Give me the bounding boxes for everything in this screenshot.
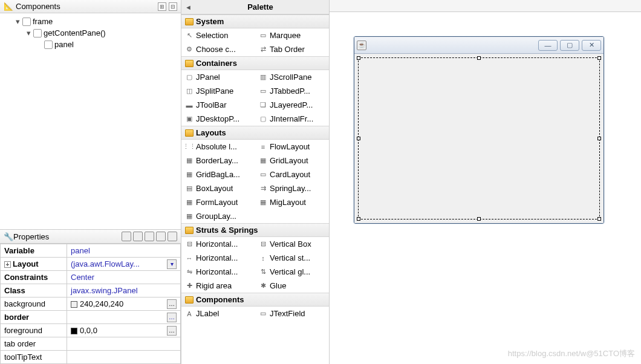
selected-panel[interactable] <box>358 57 600 219</box>
design-canvas[interactable]: ☕ — ▢ ✕ https:// <box>330 12 641 364</box>
tool-mig[interactable]: ▦MigLayout <box>255 195 329 209</box>
resize-handle[interactable] <box>357 56 360 60</box>
tool-gridlay[interactable]: ▦GridLayout <box>255 154 329 167</box>
foreground-more-button[interactable]: … <box>167 326 177 336</box>
components-tree-icon: 📐 <box>4 2 13 11</box>
border-icon: ▦ <box>185 157 194 165</box>
prop-row-border[interactable]: border… <box>1 311 181 324</box>
design-jframe[interactable]: ☕ — ▢ ✕ <box>354 36 604 224</box>
cat-struts[interactable]: Struts & Springs <box>181 223 329 237</box>
cat-system[interactable]: System <box>181 15 329 28</box>
resize-handle[interactable] <box>597 56 601 60</box>
prop-row-taborder[interactable]: tab order <box>1 337 181 351</box>
tool-vglue[interactable]: ⇅Vertical gl... <box>255 265 329 279</box>
tool-taborder[interactable]: ⇄Tab Order <box>255 42 329 56</box>
tool-jinternal[interactable]: ▢JInternalFr... <box>255 112 329 126</box>
resize-handle[interactable] <box>477 56 481 60</box>
tool-jpanel[interactable]: ▢JPanel <box>181 70 255 84</box>
tool-jlayered[interactable]: ❏JLayeredP... <box>255 98 329 112</box>
resize-handle[interactable] <box>357 137 360 140</box>
components-panel-header: 📐 Components ⊞ ⊟ <box>0 0 181 13</box>
grid-icon: ▦ <box>259 157 267 165</box>
cat-components[interactable]: Components <box>181 293 329 307</box>
tree-node-contentpane[interactable]: ▾getContentPane() <box>4 27 177 39</box>
collapse-all-button[interactable]: ⊟ <box>169 2 177 11</box>
tool-jdesktop[interactable]: ▣JDesktopP... <box>181 112 255 126</box>
tool-box[interactable]: ▤BoxLayout <box>181 181 255 195</box>
prop-btn-4[interactable] <box>156 232 166 241</box>
tool-group[interactable]: ▦GroupLay... <box>181 209 255 223</box>
tool-hbox[interactable]: ⊟Horizontal... <box>181 237 255 251</box>
jlayered-icon: ❏ <box>259 101 267 109</box>
tool-jlabel[interactable]: AJLabel <box>181 307 255 320</box>
prop-row-tooltip[interactable]: toolTipText <box>1 351 181 364</box>
prop-btn-1[interactable] <box>122 232 131 241</box>
close-button[interactable]: ✕ <box>582 40 601 51</box>
tool-card[interactable]: ▭CardLayout <box>255 167 329 181</box>
choose-icon: ⚙ <box>185 45 194 54</box>
prop-row-variable[interactable]: Variablepanel <box>1 244 181 258</box>
tool-selection[interactable]: ↖Selection <box>181 28 255 42</box>
hstrut-icon: ↔ <box>185 254 194 262</box>
border-more-button[interactable]: … <box>167 313 177 322</box>
tree-node-frame[interactable]: ▾frame <box>4 16 177 27</box>
tool-vbox[interactable]: ⊟Vertical Box <box>255 237 329 251</box>
tool-flow[interactable]: ≡FlowLayout <box>255 140 329 154</box>
cat-containers[interactable]: Containers <box>181 56 329 70</box>
prop-btn-5[interactable] <box>168 232 177 241</box>
tool-rigid[interactable]: ✚Rigid area <box>181 279 255 293</box>
folder-icon <box>185 60 194 67</box>
card-icon: ▭ <box>259 171 267 179</box>
jframe-content[interactable] <box>354 54 604 223</box>
tool-hstrut[interactable]: ↔Horizontal... <box>181 251 255 265</box>
prop-row-class[interactable]: Classjavax.swing.JPanel <box>1 284 181 297</box>
tool-vstrut[interactable]: ↕Vertical st... <box>255 251 329 265</box>
tool-jsplitpane[interactable]: ◫JSplitPane <box>181 84 255 98</box>
resize-handle[interactable] <box>597 137 601 140</box>
tool-glue[interactable]: ✱Glue <box>255 279 329 293</box>
palette-body[interactable]: System ↖Selection ▭Marquee ⚙Choose c... … <box>181 15 329 364</box>
tool-hglue[interactable]: ⇋Horizontal... <box>181 265 255 279</box>
prop-btn-3[interactable] <box>145 232 154 241</box>
palette-back-button[interactable]: ◄ <box>185 4 192 11</box>
jframe-titlebar[interactable]: ☕ — ▢ ✕ <box>354 37 604 54</box>
cat-layouts[interactable]: Layouts <box>181 126 329 140</box>
gridbag-icon: ▦ <box>185 171 194 179</box>
tool-jtoolbar[interactable]: ▬JToolBar <box>181 98 255 112</box>
folder-icon <box>185 18 194 25</box>
prop-row-foreground[interactable]: foreground0,0,0… <box>1 324 181 337</box>
tool-spring[interactable]: ⇉SpringLay... <box>255 181 329 195</box>
background-more-button[interactable]: … <box>167 299 177 309</box>
cursor-icon: ↖ <box>185 31 194 40</box>
components-tree[interactable]: ▾frame ▾getContentPane() panel <box>0 13 181 229</box>
jlabel-icon: A <box>185 310 194 318</box>
tool-jtabbed[interactable]: ▭JTabbedP... <box>255 84 329 98</box>
background-swatch <box>71 301 77 308</box>
tool-jscrollpane[interactable]: ▥JScrollPane <box>255 70 329 84</box>
jtoolbar-icon: ▬ <box>185 101 194 109</box>
box-icon: ▤ <box>185 184 194 193</box>
folder-icon <box>185 129 194 137</box>
tool-borderlay[interactable]: ▦BorderLay... <box>181 154 255 167</box>
palette-title: Palette <box>195 2 325 11</box>
tool-jtextfield[interactable]: ▭JTextField <box>255 307 329 320</box>
resize-handle[interactable] <box>597 217 601 221</box>
prop-row-background[interactable]: background240,240,240… <box>1 297 181 311</box>
tree-node-panel[interactable]: panel <box>4 39 177 50</box>
prop-btn-2[interactable] <box>133 232 143 241</box>
tool-choose[interactable]: ⚙Choose c... <box>181 42 255 56</box>
expand-all-button[interactable]: ⊞ <box>158 2 166 11</box>
tool-absolute[interactable]: ⋮⋮Absolute l... <box>181 140 255 154</box>
layout-dropdown-button[interactable]: ▾ <box>167 259 177 269</box>
tool-form[interactable]: ▦FormLayout <box>181 195 255 209</box>
resize-handle[interactable] <box>477 217 481 221</box>
tool-marquee[interactable]: ▭Marquee <box>255 28 329 42</box>
prop-row-constraints[interactable]: ConstraintsCenter <box>1 271 181 284</box>
prop-row-layout[interactable]: +Layout(java.awt.FlowLay...▾ <box>1 258 181 271</box>
rigid-icon: ✚ <box>185 282 194 290</box>
minimize-button[interactable]: — <box>538 40 558 51</box>
absolute-icon: ⋮⋮ <box>185 143 194 151</box>
maximize-button[interactable]: ▢ <box>560 40 579 51</box>
tool-gridbag[interactable]: ▦GridBagLa... <box>181 167 255 181</box>
resize-handle[interactable] <box>357 217 360 221</box>
